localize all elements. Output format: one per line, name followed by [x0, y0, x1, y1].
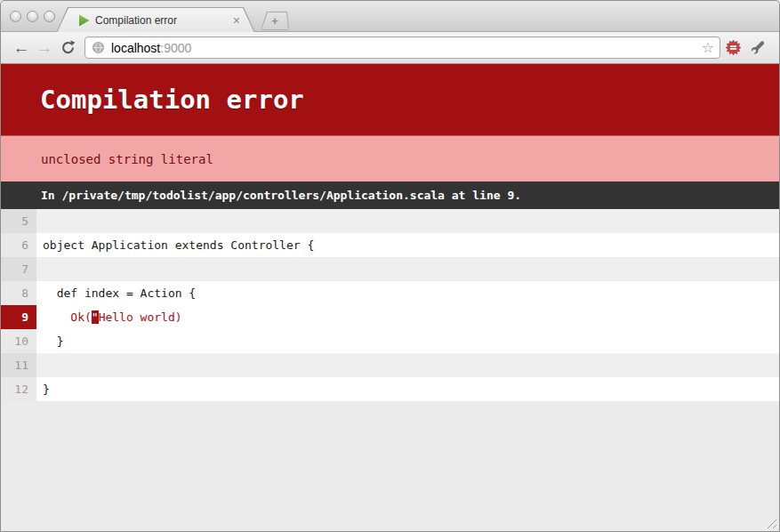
line-number: 9	[1, 305, 36, 329]
zoom-button[interactable]	[44, 11, 55, 22]
code-listing: 56object Application extends Controller …	[1, 209, 779, 401]
close-button[interactable]	[10, 11, 21, 22]
globe-icon	[92, 41, 105, 54]
back-icon: ←	[13, 38, 30, 58]
code-line: 8 def index = Action {	[1, 281, 779, 305]
forward-icon: →	[36, 38, 53, 58]
extension-button[interactable]	[720, 36, 745, 60]
adblock-badge-icon	[726, 40, 741, 55]
reload-button[interactable]	[56, 36, 79, 60]
minimize-button[interactable]	[27, 11, 38, 22]
line-content	[36, 209, 779, 233]
settings-button[interactable]	[745, 36, 770, 60]
back-button[interactable]: ←	[10, 36, 33, 60]
address-bar[interactable]: localhost:9000 ☆	[84, 36, 720, 59]
resize-grip-icon[interactable]	[765, 517, 776, 528]
code-line: 6object Application extends Controller {	[1, 233, 779, 257]
error-page: Compilation error unclosed string litera…	[1, 64, 779, 401]
line-content: def index = Action {	[36, 281, 779, 305]
bookmark-star-icon[interactable]: ☆	[702, 41, 714, 55]
line-content: object Application extends Controller {	[36, 233, 779, 257]
url-text[interactable]: localhost:9000	[111, 41, 696, 55]
new-tab-button[interactable]: +	[261, 12, 289, 30]
url-host: localhost	[111, 41, 160, 55]
line-number: 6	[1, 233, 36, 257]
tab[interactable]: Compilation error ×	[56, 7, 255, 33]
line-number: 5	[1, 209, 36, 233]
line-number: 8	[1, 281, 36, 305]
line-number: 10	[1, 329, 36, 353]
error-detail: unclosed string literal	[1, 135, 779, 181]
wrench-icon	[751, 40, 766, 55]
code-line: 11	[1, 353, 779, 377]
code-line-error: 9 Ok("Hello world)	[1, 305, 779, 329]
line-content: }	[36, 377, 779, 401]
line-content	[36, 353, 779, 377]
line-number: 7	[1, 257, 36, 281]
new-tab-icon: +	[261, 12, 288, 29]
forward-button[interactable]: →	[33, 36, 56, 60]
line-content: }	[36, 329, 779, 353]
code-line: 5	[1, 209, 779, 233]
url-port: :9000	[160, 41, 191, 55]
line-number: 11	[1, 353, 36, 377]
titlebar: Compilation error × +	[1, 1, 779, 32]
line-number: 12	[1, 377, 36, 401]
code-line: 7	[1, 257, 779, 281]
line-content	[36, 257, 779, 281]
tab-title: Compilation error	[95, 14, 228, 27]
line-content: Ok("Hello world)	[36, 305, 779, 329]
error-marker: "	[92, 310, 99, 324]
code-line: 12}	[1, 377, 779, 401]
reload-icon	[60, 40, 76, 55]
code-line: 10 }	[1, 329, 779, 353]
error-location: In /private/tmp/todolist/app/controllers…	[1, 181, 779, 209]
play-favicon-icon	[78, 14, 90, 27]
browser-window: Compilation error × + ← →	[0, 0, 780, 532]
toolbar: ← → localhost:9000 ☆	[1, 32, 779, 64]
page-title: Compilation error	[1, 64, 779, 135]
tab-close-icon[interactable]: ×	[233, 15, 240, 26]
window-controls	[10, 11, 55, 22]
